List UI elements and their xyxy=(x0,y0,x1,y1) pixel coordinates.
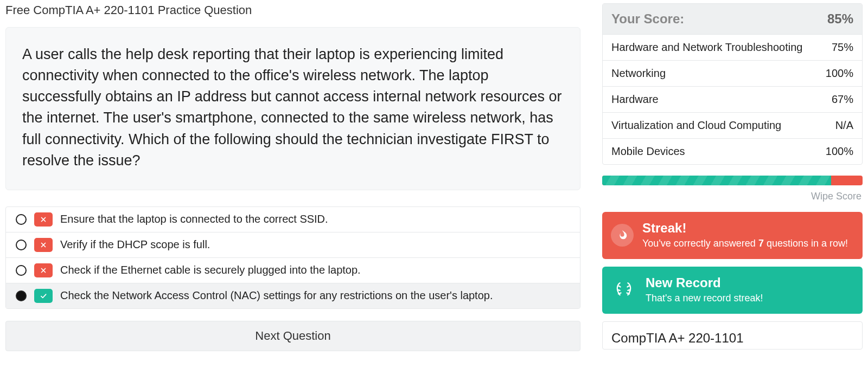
answers-list: Ensure that the laptop is connected to t… xyxy=(5,206,580,309)
progress-bar xyxy=(602,176,863,185)
answer-text: Check the Network Access Control (NAC) s… xyxy=(60,289,493,302)
check-icon xyxy=(34,289,53,303)
score-row-value: 100% xyxy=(826,67,853,80)
record-title: New Record xyxy=(646,275,763,290)
radio-icon xyxy=(16,214,27,225)
streak-banner: Streak! You've correctly answered 7 ques… xyxy=(602,212,863,259)
x-icon xyxy=(34,212,53,227)
score-row: Networking100% xyxy=(603,60,862,86)
fire-icon xyxy=(611,224,634,247)
page-title: Free CompTIA A+ 220-1101 Practice Questi… xyxy=(5,3,580,17)
score-overall: 85% xyxy=(827,11,853,27)
answer-option[interactable]: Check if the Ethernet cable is securely … xyxy=(6,258,580,283)
radio-icon xyxy=(16,290,27,301)
answer-option[interactable]: Check the Network Access Control (NAC) s… xyxy=(6,283,580,308)
score-row-value: 75% xyxy=(832,41,853,54)
score-row: Hardware67% xyxy=(603,86,862,112)
score-title: Your Score: xyxy=(611,11,684,27)
radio-icon xyxy=(16,240,27,250)
answer-text: Ensure that the laptop is connected to t… xyxy=(60,213,328,225)
question-card: A user calls the help desk reporting tha… xyxy=(5,27,580,190)
score-row-name: Virtualization and Cloud Computing xyxy=(611,119,781,132)
score-row: Virtualization and Cloud ComputingN/A xyxy=(603,112,862,138)
score-categories: Hardware and Network Troubleshooting75%N… xyxy=(603,34,862,164)
score-row-value: 67% xyxy=(832,93,853,106)
radio-icon xyxy=(16,265,27,276)
score-row-value: N/A xyxy=(835,119,853,132)
exam-card: CompTIA A+ 220-1101 xyxy=(602,321,863,350)
exam-label: CompTIA A+ 220-1101 xyxy=(611,331,744,345)
answer-option[interactable]: Ensure that the laptop is connected to t… xyxy=(6,207,580,232)
score-row-value: 100% xyxy=(826,145,853,158)
score-row: Hardware and Network Troubleshooting75% xyxy=(603,34,862,60)
wipe-score-link[interactable]: Wipe Score xyxy=(602,191,861,202)
progress-fill xyxy=(602,176,831,185)
record-subtitle: That's a new record streak! xyxy=(646,293,763,304)
answer-text: Check if the Ethernet cable is securely … xyxy=(60,264,361,276)
x-icon xyxy=(34,263,53,277)
next-question-button[interactable]: Next Question xyxy=(5,321,580,351)
record-banner: New Record That's a new record streak! xyxy=(602,267,863,314)
x-icon xyxy=(34,238,53,252)
score-header: Your Score: 85% xyxy=(603,4,862,34)
score-row-name: Hardware and Network Troubleshooting xyxy=(611,41,802,54)
score-card: Your Score: 85% Hardware and Network Tro… xyxy=(602,3,863,165)
answer-text: Verify if the DHCP scope is full. xyxy=(60,238,210,251)
score-row-name: Networking xyxy=(611,67,666,80)
score-row: Mobile Devices100% xyxy=(603,138,862,164)
laurel-icon xyxy=(611,277,637,303)
streak-title: Streak! xyxy=(642,221,848,236)
question-text: A user calls the help desk reporting tha… xyxy=(22,44,564,171)
streak-subtitle: You've correctly answered 7 questions in… xyxy=(642,238,848,249)
answer-option[interactable]: Verify if the DHCP scope is full. xyxy=(6,232,580,258)
score-row-name: Hardware xyxy=(611,93,659,106)
score-row-name: Mobile Devices xyxy=(611,145,685,158)
